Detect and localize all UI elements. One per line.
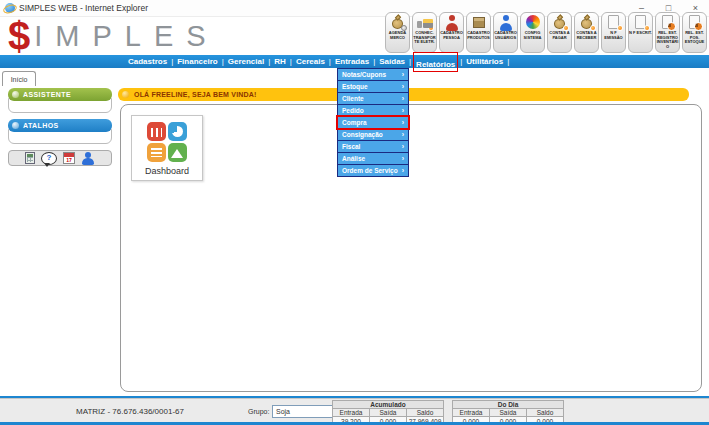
moneybag-plus-icon — [578, 14, 596, 31]
menu-cadastros[interactable]: Cadastros — [128, 57, 167, 66]
menu-financeiro[interactable]: Financeiro — [177, 57, 217, 66]
main-menubar: Cadastros | Financeiro | Gerencial | RH … — [0, 55, 709, 68]
submenu-arrow-icon: › — [402, 95, 404, 102]
menu-relatorios[interactable]: Relatórios — [416, 60, 455, 69]
submenu-arrow-icon: › — [402, 155, 404, 162]
menu-saidas[interactable]: Saídas — [379, 57, 405, 66]
contas-a-pagar-button[interactable]: CONTAS A PAGAR — [547, 12, 572, 53]
dashboard-tile[interactable]: Dashboard — [131, 115, 203, 181]
document-down-icon — [605, 14, 623, 31]
panel-dot-icon — [12, 91, 19, 98]
column-header: Entrada — [333, 409, 370, 417]
assistente-header[interactable]: ASSISTENTE — [8, 88, 112, 101]
relatorios-dropdown: Notas/Cupons › Estoque › Cliente › Pedid… — [337, 68, 409, 177]
config-sistema-button[interactable]: CONFIG SISTEMA — [520, 12, 545, 53]
moneybag-plus-icon — [551, 14, 569, 31]
nf-escrit-button[interactable]: N F ESCRIT. — [628, 12, 653, 53]
grupo-selected-value: Soja — [273, 408, 336, 415]
relatorios-highlight-box: Relatórios — [413, 52, 458, 72]
submenu-arrow-icon: › — [402, 167, 404, 174]
column-header: Saldo — [527, 409, 564, 417]
column-header: Saldo — [407, 409, 444, 417]
rel-est-registro-inventario-button[interactable]: REL. EST. REGISTRO INVENTÁRIO — [655, 12, 680, 53]
dropdown-item-compra[interactable]: Compra › — [337, 116, 409, 129]
cadastro-usuarios-button[interactable]: CADASTRO USUÁRIOS — [493, 12, 518, 53]
content-panel: Dashboard — [120, 104, 702, 392]
column-header: Saída — [490, 409, 527, 417]
pie-report-icon — [659, 14, 677, 31]
logo-dollar-icon: $ — [8, 18, 30, 54]
app-window: SIMPLES WEB - Internet Explorer – □ × $ … — [0, 0, 709, 425]
rel-est-pos-estoque-button[interactable]: REL. EST. POS. ESTOQUE — [682, 12, 707, 53]
menu-utilitarios[interactable]: Utilitários — [466, 57, 503, 66]
submenu-arrow-icon: › — [402, 83, 404, 90]
welcome-dot-icon — [122, 91, 129, 98]
pie-report-icon — [686, 14, 704, 31]
person-blue-icon — [497, 14, 515, 31]
moneybag-clock-icon — [389, 14, 407, 31]
welcome-message: OLÁ FREELINE, SEJA BEM VINDA! — [134, 91, 257, 98]
menu-cereais[interactable]: Cereais — [296, 57, 325, 66]
user-icon[interactable] — [81, 152, 95, 165]
grupo-label: Grupo: — [248, 408, 269, 415]
logo-text: IMPLES — [34, 20, 218, 53]
submenu-arrow-icon: › — [402, 131, 404, 138]
sidebar-icon-bar: ? 17 — [8, 150, 112, 166]
dashboard-icon — [147, 122, 187, 162]
tab-inicio[interactable]: Início — [2, 71, 36, 86]
person-red-icon — [443, 14, 461, 31]
acumulado-title: Acumulado — [333, 401, 444, 409]
cadastro-pessoa-button[interactable]: CADASTRO PESSOA — [439, 12, 464, 53]
document-up-icon — [632, 14, 650, 31]
dropdown-item-ordem-de-servico[interactable]: Ordem de Serviço › — [337, 164, 409, 177]
company-id: MATRIZ - 76.676.436/0001-67 — [40, 407, 220, 416]
submenu-arrow-icon: › — [402, 119, 404, 126]
nf-emissao-button[interactable]: N F EMISSÃO — [601, 12, 626, 53]
truck-icon — [416, 14, 434, 31]
quick-access-toolbar: AGENDA MERCO CONHEC. TRANSPORTE ELETR. C… — [385, 12, 707, 53]
window-title: SIMPLES WEB - Internet Explorer — [19, 3, 148, 13]
conhec-transporte-button[interactable]: CONHEC. TRANSPORTE ELETR. — [412, 12, 437, 53]
do-dia-title: Do Dia — [453, 401, 564, 409]
submenu-arrow-icon: › — [402, 107, 404, 114]
menu-entradas[interactable]: Entradas — [335, 57, 369, 66]
agenda-merc-button[interactable]: AGENDA MERCO — [385, 12, 410, 53]
menu-gerencial[interactable]: Gerencial — [228, 57, 264, 66]
submenu-arrow-icon: › — [402, 71, 404, 78]
help-balloon-icon[interactable]: ? — [41, 152, 57, 165]
panel-dot-icon — [12, 122, 19, 129]
calendar-icon[interactable]: 17 — [63, 152, 75, 164]
cadastro-produtos-button[interactable]: CADASTRO PRODUTOS — [466, 12, 491, 53]
statusbar: MATRIZ - 76.676.436/0001-67 Grupo: Soja … — [0, 398, 709, 422]
atalhos-panel: ATALHOS — [8, 119, 112, 144]
column-header: Entrada — [453, 409, 490, 417]
app-logo: $ IMPLES — [8, 17, 219, 55]
dashboard-label: Dashboard — [145, 166, 189, 176]
internet-explorer-icon — [5, 3, 15, 13]
submenu-arrow-icon: › — [402, 143, 404, 150]
column-header: Saída — [370, 409, 407, 417]
contas-a-receber-button[interactable]: CONTAS A RECEBER — [574, 12, 599, 53]
box-icon — [470, 14, 488, 31]
assistente-panel: ASSISTENTE — [8, 88, 112, 113]
calculator-icon[interactable] — [25, 152, 35, 164]
atalhos-header[interactable]: ATALHOS — [8, 119, 112, 132]
color-wheel-icon — [524, 14, 542, 31]
menu-rh[interactable]: RH — [274, 57, 286, 66]
